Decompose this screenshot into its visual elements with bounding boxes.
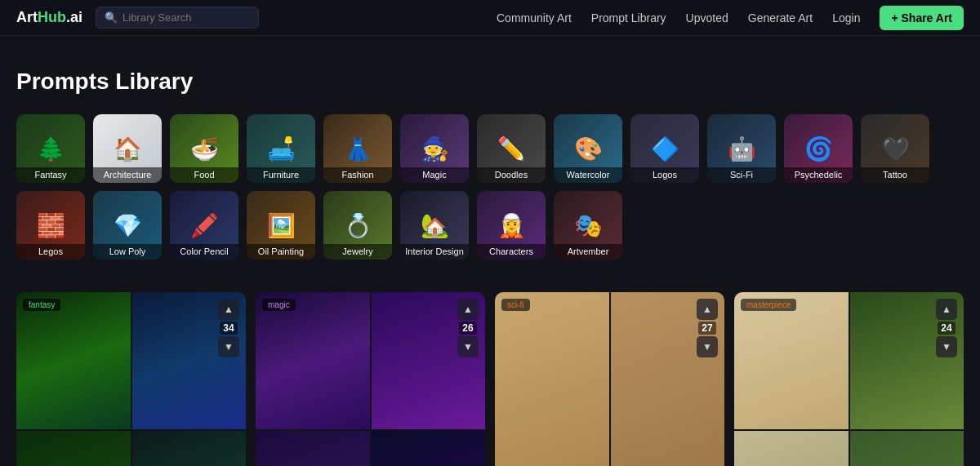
nav-community-art[interactable]: Community Art (497, 11, 572, 24)
gallery-watercolor-tag: masterpiece (741, 299, 796, 311)
category-food[interactable]: 🍜 Food (170, 114, 238, 183)
gallery-fantasy-cell-0 (16, 292, 131, 429)
category-psychedelic[interactable]: 🌀 Psychedelic (784, 114, 853, 183)
cat-label-lowpoly: Low Poly (93, 244, 162, 260)
category-scifi[interactable]: 🤖 Sci-Fi (707, 114, 776, 183)
gallery-magic-grid (256, 292, 485, 466)
share-button[interactable]: + Share Art (880, 6, 964, 30)
cat-label-magic: Magic (400, 167, 469, 183)
gallery-fantasy-vote-down[interactable]: ▼ (218, 336, 239, 357)
category-legos[interactable]: 🧱 Legos (16, 191, 85, 260)
gallery-scifi-vote: ▲ 27 ▼ (697, 299, 718, 357)
nav-login[interactable]: Login (832, 11, 860, 24)
category-tattoo[interactable]: 🖤 Tattoo (861, 114, 929, 183)
gallery-fantasy[interactable]: fantasy ▲ 34 ▼ (16, 292, 246, 466)
gallery-magic-vote-up[interactable]: ▲ (457, 299, 479, 320)
gallery-magic[interactable]: magic ▲ 26 ▼ (256, 292, 485, 466)
cat-label-fashion: Fashion (323, 167, 392, 183)
category-logos[interactable]: 🔷 Logos (630, 114, 699, 183)
cat-label-tattoo: Tattoo (861, 167, 929, 183)
cat-label-artvember: Artvember (554, 244, 622, 260)
gallery-watercolor-grid (734, 292, 964, 466)
cat-label-scifi: Sci-Fi (707, 167, 776, 183)
gallery-watercolor-cell-2 (734, 431, 849, 466)
gallery-scifi-cell-0 (495, 292, 609, 466)
gallery-watercolor-vote-up[interactable]: ▲ (936, 299, 957, 320)
search-input[interactable] (122, 11, 250, 24)
cat-label-architecture: Architecture (93, 167, 162, 183)
cat-label-oilpainting: Oil Painting (247, 244, 315, 260)
header: ArtHub.ai 🔍 Community Art Prompt Library… (0, 0, 980, 36)
gallery-fantasy-vote-up[interactable]: ▲ (218, 299, 239, 320)
gallery-magic-cell-2 (256, 431, 370, 466)
gallery-watercolor-cell-0 (734, 292, 849, 429)
category-colorpencil[interactable]: 🖍️ Color Pencil (170, 191, 238, 260)
gallery-fantasy-grid (16, 292, 246, 466)
gallery-scifi-grid (495, 292, 724, 466)
cat-label-fantasy: Fantasy (16, 167, 85, 183)
cat-label-watercolor: Watercolor (554, 167, 622, 183)
category-furniture[interactable]: 🛋️ Furniture (247, 114, 315, 183)
cat-label-psychedelic: Psychedelic (784, 167, 853, 183)
logo[interactable]: ArtHub.ai (16, 9, 82, 26)
gallery-magic-cell-0 (256, 292, 370, 429)
gallery-scifi-tag: sci-fi (501, 299, 530, 311)
category-jewelry[interactable]: 💍 Jewelry (323, 191, 392, 260)
gallery-fantasy-tag: fantasy (23, 299, 60, 311)
cat-label-furniture: Furniture (247, 167, 315, 183)
cat-label-logos: Logos (630, 167, 699, 183)
cat-label-food: Food (170, 167, 238, 183)
gallery-watercolor-cell-3 (850, 431, 964, 466)
gallery-magic-vote-down[interactable]: ▼ (457, 336, 479, 357)
gallery-scifi[interactable]: sci-fi ▲ 27 ▼ (495, 292, 724, 466)
gallery-watercolor-vote-count: 24 (938, 322, 955, 335)
category-fantasy[interactable]: 🌲 Fantasy (16, 114, 85, 183)
category-lowpoly[interactable]: 💎 Low Poly (93, 191, 162, 260)
category-characters[interactable]: 🧝 Characters (477, 191, 546, 260)
nav-generate-art[interactable]: Generate Art (748, 11, 813, 24)
gallery-section: fantasy ▲ 34 ▼ magic ▲ 26 ▼ sci-fi ▲ 27 … (16, 292, 964, 466)
page-title: Prompts Library (16, 69, 964, 95)
nav-upvoted[interactable]: Upvoted (686, 11, 728, 24)
cat-label-interior: Interior Design (400, 244, 469, 260)
gallery-scifi-vote-count: 27 (698, 322, 715, 335)
cat-label-characters: Characters (477, 244, 546, 260)
gallery-fantasy-cell-2 (16, 431, 131, 466)
gallery-magic-tag: magic (262, 299, 296, 311)
gallery-fantasy-vote-count: 34 (220, 322, 237, 335)
gallery-fantasy-vote: ▲ 34 ▼ (218, 299, 239, 357)
search-wrapper[interactable]: 🔍 (96, 7, 259, 29)
gallery-magic-vote-count: 26 (459, 322, 476, 335)
gallery-scifi-vote-down[interactable]: ▼ (697, 336, 718, 357)
category-magic[interactable]: 🧙 Magic (400, 114, 469, 183)
cat-label-jewelry: Jewelry (323, 244, 392, 260)
category-interior[interactable]: 🏡 Interior Design (400, 191, 469, 260)
cat-label-legos: Legos (16, 244, 85, 260)
search-icon: 🔍 (105, 11, 118, 24)
category-fashion[interactable]: 👗 Fashion (323, 114, 392, 183)
header-nav: Community Art Prompt Library Upvoted Gen… (497, 6, 964, 30)
gallery-watercolor[interactable]: masterpiece ▲ 24 ▼ (734, 292, 964, 466)
category-doodles[interactable]: ✏️ Doodles (477, 114, 546, 183)
main-content: Prompts Library 🌲 Fantasy 🏠 Architecture… (0, 36, 980, 466)
cat-label-doodles: Doodles (477, 167, 546, 183)
gallery-magic-cell-3 (372, 431, 486, 466)
gallery-watercolor-vote: ▲ 24 ▼ (936, 299, 957, 357)
gallery-scifi-vote-up[interactable]: ▲ (697, 299, 718, 320)
nav-prompt-library[interactable]: Prompt Library (591, 11, 666, 24)
category-grid: 🌲 Fantasy 🏠 Architecture 🍜 Food 🛋️ Furni… (16, 114, 964, 260)
category-oilpainting[interactable]: 🖼️ Oil Painting (247, 191, 315, 260)
category-architecture[interactable]: 🏠 Architecture (93, 114, 162, 183)
cat-label-colorpencil: Color Pencil (170, 244, 238, 260)
gallery-fantasy-cell-3 (132, 431, 247, 466)
gallery-watercolor-vote-down[interactable]: ▼ (936, 336, 957, 357)
category-artvember[interactable]: 🎭 Artvember (554, 191, 622, 260)
gallery-magic-vote: ▲ 26 ▼ (457, 299, 479, 357)
category-watercolor[interactable]: 🎨 Watercolor (554, 114, 622, 183)
